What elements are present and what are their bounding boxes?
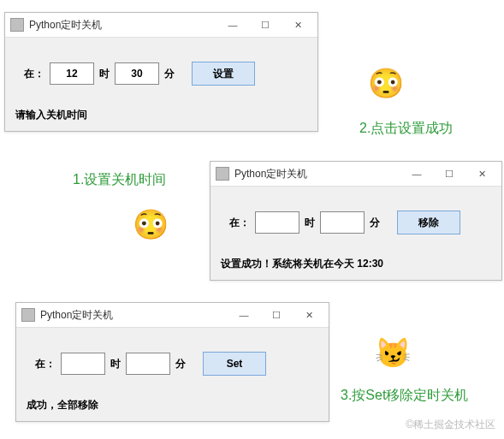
remove-button[interactable]: 移除 [397, 211, 460, 234]
reaction-emoji-3: 😼 [375, 338, 411, 367]
watermark: ©稀土掘金技术社区 [406, 418, 495, 432]
maximize-button[interactable]: ☐ [433, 164, 465, 183]
set-button[interactable]: 设置 [192, 62, 255, 86]
close-button[interactable]: ✕ [293, 306, 325, 324]
hour-input[interactable] [255, 211, 299, 234]
caption-3: 3.按Set移除定时关机 [341, 387, 468, 405]
hour-input[interactable] [50, 62, 94, 85]
label-at: 在： [229, 216, 250, 230]
status-text: 请输入关机时间 [15, 108, 304, 122]
minimize-button[interactable]: — [400, 164, 433, 183]
titlebar-3: Python定时关机 — ☐ ✕ [16, 303, 329, 328]
status-text: 成功，全部移除 [27, 398, 315, 412]
label-hour: 时 [305, 216, 315, 230]
reaction-emoji-2: 😳 [133, 210, 169, 239]
label-hour: 时 [99, 67, 110, 81]
caption-1: 1.设置关机时间 [73, 171, 166, 189]
label-minute: 分 [175, 357, 186, 371]
label-at: 在： [35, 357, 56, 371]
titlebar-2: Python定时关机 — ☐ ✕ [210, 162, 501, 187]
hour-input[interactable] [61, 353, 105, 375]
window-body: 在： 时 分 移除 设置成功！系统将关机在今天 12:30 [210, 187, 501, 280]
window-title: Python定时关机 [234, 167, 400, 181]
app-icon [216, 167, 229, 181]
status-text: 设置成功！系统将关机在今天 12:30 [221, 257, 488, 271]
titlebar-1: Python定时关机 — ☐ ✕ [5, 13, 317, 38]
maximize-button[interactable]: ☐ [260, 306, 293, 324]
set-button[interactable]: Set [203, 352, 266, 376]
window-3: Python定时关机 — ☐ ✕ 在： 时 分 Set 成功，全部移除 [15, 302, 329, 422]
window-body: 在： 时 分 设置 请输入关机时间 [5, 38, 317, 131]
window-controls: — ☐ ✕ [400, 164, 498, 183]
window-body: 在： 时 分 Set 成功，全部移除 [16, 328, 329, 421]
reaction-emoji-1: 😳 [368, 68, 404, 98]
close-button[interactable]: ✕ [282, 15, 314, 34]
time-form-row: 在： 时 分 Set [35, 352, 315, 376]
label-at: 在： [24, 67, 44, 81]
maximize-button[interactable]: ☐ [249, 15, 282, 34]
window-controls: — ☐ ✕ [216, 15, 314, 34]
label-minute: 分 [164, 67, 175, 81]
minimize-button[interactable]: — [228, 306, 260, 324]
window-controls: — ☐ ✕ [228, 306, 325, 324]
label-hour: 时 [110, 357, 121, 371]
window-1: Python定时关机 — ☐ ✕ 在： 时 分 设置 请输入关机时间 [4, 12, 318, 132]
minimize-button[interactable]: — [216, 15, 249, 34]
minute-input[interactable] [115, 62, 159, 85]
minute-input[interactable] [320, 211, 365, 234]
minute-input[interactable] [126, 353, 170, 375]
time-form-row: 在： 时 分 设置 [24, 62, 304, 86]
time-form-row: 在： 时 分 移除 [229, 211, 488, 234]
window-title: Python定时关机 [29, 18, 216, 33]
window-2: Python定时关机 — ☐ ✕ 在： 时 分 移除 设置成功！系统将关机在今天… [210, 161, 502, 281]
label-minute: 分 [370, 216, 380, 230]
window-title: Python定时关机 [40, 308, 228, 323]
app-icon [10, 18, 24, 32]
app-icon [21, 308, 35, 322]
close-button[interactable]: ✕ [465, 164, 498, 183]
caption-2: 2.点击设置成功 [359, 120, 453, 138]
